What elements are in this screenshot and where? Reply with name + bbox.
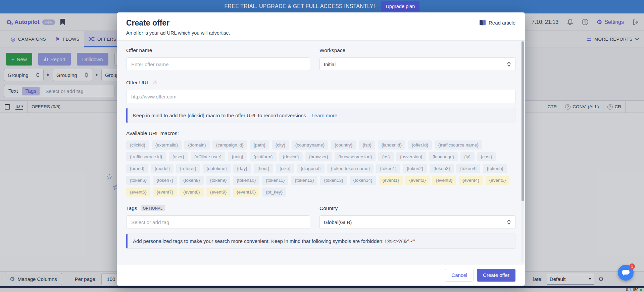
modal-header: Create offer An offer is your ad URL whi… [117,12,525,41]
macro-chip[interactable]: {browser} [305,152,332,161]
macro-chip[interactable]: {diagonal} [297,164,325,173]
macro-chip[interactable]: {token8} [180,176,204,185]
version-label: 0.1.150 [626,288,638,292]
create-offer-modal: Create offer An offer is your ad URL whi… [117,12,525,286]
modal-scrollbar-thumb[interactable] [522,41,524,201]
macro-chip[interactable]: {token4} [456,164,481,173]
warning-triangle-icon: ⚠ [153,80,158,85]
read-article-label[interactable]: Read article [489,20,515,26]
updown-chevron-icon [507,219,511,225]
macro-chip[interactable]: {brand} [126,164,148,173]
macro-chip[interactable]: {event5} [486,176,510,185]
offer-url-input[interactable]: http://www.offer.com [126,90,515,103]
macro-chip[interactable]: {offer.id} [408,140,432,150]
macro-chip[interactable]: {datetime} [203,164,231,173]
macro-chip[interactable]: {event8} [180,187,204,197]
macro-chip[interactable]: {token13} [320,176,347,185]
trial-banner-text: FREE TRIAL. UPGRADE & GET FULL ACCESS IN… [225,3,375,9]
learn-more-link[interactable]: Learn more [311,113,337,118]
country-select-value[interactable]: Global(GLB) [324,219,352,225]
workspace-select-value[interactable]: Initial [324,61,336,67]
macro-chip[interactable]: {user} [169,152,188,161]
macro-chip[interactable]: {osversion} [396,152,426,161]
version-row: 0.1.150 [626,288,642,292]
macro-chip[interactable]: {countryname} [292,140,328,150]
chat-launcher-button[interactable]: 1 [618,265,634,281]
read-article-link[interactable]: Read article [480,20,515,26]
macro-chip[interactable]: {event9} [206,187,231,197]
macro-chip[interactable]: {path} [250,140,269,150]
offer-name-field-group: Offer name Enter offer name [126,47,310,71]
cancel-button[interactable]: Cancel [445,269,474,282]
macro-chip[interactable]: {os} [378,152,393,161]
macro-chip[interactable]: {token10} [233,176,259,185]
macro-chip[interactable]: {event6} [126,187,150,197]
macro-chip[interactable]: {clickid} [126,140,149,150]
tags-label: Tags [126,205,137,211]
macro-chip[interactable]: {browserversion} [335,152,376,161]
macro-chip[interactable]: {platform} [250,152,277,161]
macro-chip[interactable]: {event7} [153,187,177,197]
macro-chip[interactable]: {event4} [459,176,483,185]
tags-field-group: Tags OPTIONAL Select or add tag [126,205,310,229]
workspace-select[interactable]: Initial [319,57,515,71]
macro-chip[interactable]: {trafficsource.id} [126,152,166,161]
macro-chip[interactable]: {referer} [176,164,200,173]
macro-chip[interactable]: {token2} [403,164,427,173]
tags-note-text: Add personalized tags to make your searc… [133,238,415,244]
macro-chip[interactable]: {city} [272,140,289,150]
macro-chip[interactable]: {event2} [405,176,430,185]
offer-url-label: Offer URL [126,80,150,86]
macro-chip[interactable]: {token14} [350,176,376,185]
status-green-dot [640,289,642,291]
macro-chip[interactable]: {device} [279,152,303,161]
offer-name-input[interactable]: Enter offer name [126,57,310,71]
macro-chip[interactable]: {token9} [206,176,231,185]
upgrade-plan-button[interactable]: Upgrade plan [381,1,419,11]
macro-chip[interactable]: {token6} [126,176,150,185]
macro-chip[interactable]: {pr_key} [262,187,286,197]
macro-chip[interactable]: {event3} [432,176,456,185]
macro-chip[interactable]: {event10} [233,187,259,197]
macro-chip[interactable]: {trafficsource.name} [435,140,482,150]
updown-chevron-icon [507,61,511,67]
country-select[interactable]: Global(GLB) [319,215,515,229]
macro-chip[interactable]: {lander.id} [378,140,405,150]
macro-chip[interactable]: {isp} [359,140,375,150]
macro-chip[interactable]: {event1} [379,176,403,185]
macro-chip[interactable]: {token7} [153,176,177,185]
macro-chip[interactable]: {externalid} [152,140,182,150]
macro-chip[interactable]: {domain} [184,140,209,150]
macro-chip[interactable]: {token5} [483,164,507,173]
macro-chip[interactable]: {country} [331,140,356,150]
macro-chip[interactable]: {campaign.id} [212,140,247,150]
macro-chip[interactable]: {language} [429,152,458,161]
macro-chip[interactable]: {affiliate.user} [191,152,226,161]
modal-scrollbar-track[interactable] [521,41,524,263]
macro-chip[interactable]: {day} [233,164,251,173]
macro-chip[interactable]: {model} [151,164,174,173]
modal-title: Create offer [126,18,515,28]
optional-badge: OPTIONAL [141,205,165,211]
macro-chip[interactable]: {size} [276,164,294,173]
clickid-note-text: Keep in mind to add the {clickid} macro … [133,113,307,118]
workspace-label: Workspace [319,47,515,53]
macro-chips: {clickid}{externalid}{domain}{campaign.i… [126,140,515,197]
tags-input[interactable]: Select or add tag [126,215,310,229]
offer-url-field-group: Offer URL ⚠ http://www.offer.com [126,80,515,103]
chat-bubble-icon [622,270,630,275]
macro-chip[interactable]: {token:token name} [327,164,374,173]
macro-chip[interactable]: {cost} [477,152,496,161]
country-label: Country [319,205,515,211]
offer-name-label: Offer name [126,47,310,53]
macro-chip[interactable]: {hour} [254,164,273,173]
modal-subtitle: An offer is your ad URL which you will a… [126,30,515,36]
macro-chip[interactable]: {token3} [430,164,454,173]
macro-chip[interactable]: {uniq} [228,152,247,161]
macro-chip[interactable]: {token1} [376,164,400,173]
modal-footer: Cancel Create offer [117,264,525,286]
macro-chip[interactable]: {token11} [262,176,288,185]
create-offer-button[interactable]: Create offer [477,269,515,282]
macro-chip[interactable]: {ip} [460,152,475,161]
macro-chip[interactable]: {token12} [291,176,317,185]
